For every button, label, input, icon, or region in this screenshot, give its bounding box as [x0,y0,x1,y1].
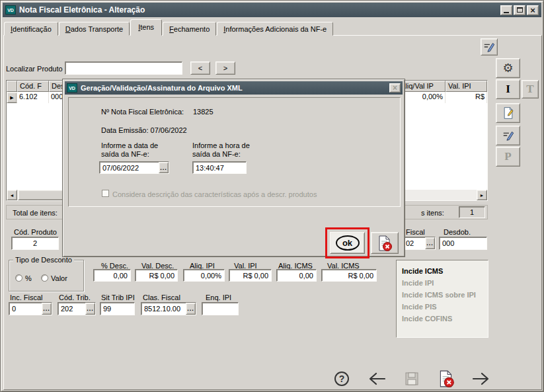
sit-trib-ipi-field[interactable] [100,303,134,315]
radio-valor[interactable] [41,274,48,282]
dialog-close-button[interactable]: × [389,83,401,93]
arrow-left-icon [366,371,387,387]
help-button[interactable]: ? [332,370,351,388]
clas-fiscal-ellipsis-button[interactable]: ... [186,303,196,315]
cod-produto-label: Cód. Produto [14,228,57,236]
val-ipi-field[interactable] [229,270,271,281]
incide-ipi-label: Incide IPI [402,277,488,289]
inc-fiscal-ellipsis-button[interactable]: ... [42,303,52,315]
maximize-icon [517,7,523,13]
inc-fiscal-label: Inc. Fiscal [10,294,43,301]
save-icon [404,371,420,387]
tab-fechamento[interactable]: Fechamento [163,22,216,36]
desdob-label: Desdob. [444,228,471,236]
departure-date-field-wrap: ... [99,161,169,174]
grid-header-cod-fiscal: Cód. F [17,81,49,92]
dialog-close-icon: × [393,83,397,93]
cod-trib-wrap: ... [58,302,96,315]
scroll-right-button[interactable]: ► [477,190,487,200]
inc-fiscal-field[interactable] [9,303,42,315]
arrow-right-icon [471,371,492,387]
maximize-button[interactable] [514,5,525,15]
aliq-ipi-field[interactable] [184,270,224,281]
sign-button[interactable] [496,126,520,145]
desdob-field[interactable] [440,237,486,249]
cancel-xml-icon [376,235,393,252]
departure-time-label-line1: Informe a hora de [192,141,250,149]
cod-trib-ellipsis-button[interactable]: ... [85,303,95,315]
clas-fiscal-field[interactable] [141,303,186,315]
departure-time-label-line2: saída da NF-e: [192,150,241,158]
cancel-button[interactable] [436,368,457,389]
tipo-desconto-groupbox: Tipo de Desconto % Valor [9,260,84,292]
val-icms-wrap [321,269,377,282]
close-button[interactable]: × [527,5,539,15]
grid-cell-val-ipi: R$ [446,92,487,103]
row-marker-icon: ▶ [7,92,17,103]
cod-produto-field[interactable] [12,237,58,249]
qtde-itens-label: s itens: [421,209,444,217]
letter-i-icon: I [506,83,510,96]
localizar-produto-input[interactable] [65,62,182,74]
t-button[interactable]: T [522,80,539,98]
aliq-icms-wrap [276,269,317,282]
departure-date-label-line2: saída da NF-e: [101,150,149,158]
settings-button[interactable]: ⚙ [496,58,520,78]
departure-time-field[interactable] [193,162,246,173]
aliq-ipi-wrap [183,269,225,282]
qtde-itens-value: 1 [459,206,485,218]
characteristics-checkbox[interactable] [102,190,109,197]
enq-ipi-label: Enq. IPI [206,294,231,301]
previous-item-button[interactable]: < [190,61,210,75]
gear-icon: ⚙ [502,61,513,75]
save-button[interactable] [402,370,422,388]
enq-ipi-field[interactable] [202,303,238,315]
incide-icms-sobre-ipi-label: Incide ICMS sobre IPI [402,289,488,301]
localizar-produto-input-wrap [65,61,182,75]
tab-informacoes-adicionais[interactable]: Informações Adicionais da NF-e [217,22,333,36]
document-edit-icon [502,106,515,120]
fiscal-ellipsis-button[interactable]: ... [425,237,435,249]
fiscal-field[interactable] [403,237,425,249]
total-itens-label: Total de itens: [13,209,58,217]
departure-date-field[interactable] [100,162,159,173]
perc-desc-field[interactable] [94,270,130,281]
aliq-icms-field[interactable] [277,270,316,281]
incide-panel: Incide ICMS Incide IPI Incide ICMS sobre… [396,260,488,338]
localizar-produto-label: Localizar Produto [6,65,63,73]
sign-xml-button[interactable] [481,38,498,56]
document-edit-button[interactable] [496,103,520,123]
inc-fiscal-row-label: Fiscal [406,228,425,236]
cancel-xml-button[interactable] [371,232,399,254]
val-ipi-wrap [229,269,272,282]
ok-button[interactable]: ok [330,232,365,254]
enq-ipi-wrap [202,302,239,315]
clas-fiscal-wrap: ... [141,302,196,315]
dialog-titlebar[interactable]: VD Geração/Validação/Assinatura do Arqui… [65,81,403,95]
val-icms-field[interactable] [322,270,376,281]
tab-identificacao[interactable]: Identificação [4,22,58,36]
departure-time-field-wrap [192,161,247,174]
tab-itens[interactable]: Itens [130,19,162,36]
minimize-button[interactable] [500,5,512,15]
i-button[interactable]: I [496,79,520,99]
previous-button[interactable] [366,370,388,388]
tab-dados-transporte[interactable]: Dados Transporte [59,22,130,36]
emission-date-label: Data Emissão: 07/06/2022 [101,126,187,134]
cod-trib-field[interactable] [58,303,85,315]
next-button[interactable] [470,370,492,388]
window-titlebar[interactable]: VD Nota Fiscal Eletrônica - Alteração × [3,3,541,17]
scroll-left-button[interactable]: ◄ [7,190,17,200]
date-picker-ellipsis-button[interactable]: ... [159,162,169,173]
next-item-button[interactable]: > [215,61,235,75]
p-button[interactable]: P [496,147,520,167]
perc-desc-wrap [93,269,131,282]
sit-trib-ipi-wrap [100,302,135,315]
val-desc-field[interactable] [136,270,177,281]
clas-fiscal-label: Clas. Fiscal [143,294,180,301]
radio-percent-label: % [25,274,32,282]
incide-icms-label: Incide ICMS [402,265,488,277]
characteristics-checkbox-label: Considera descrição das características … [112,190,317,198]
radio-percent[interactable] [15,274,22,282]
inc-fiscal-wrap: ... [9,302,52,315]
